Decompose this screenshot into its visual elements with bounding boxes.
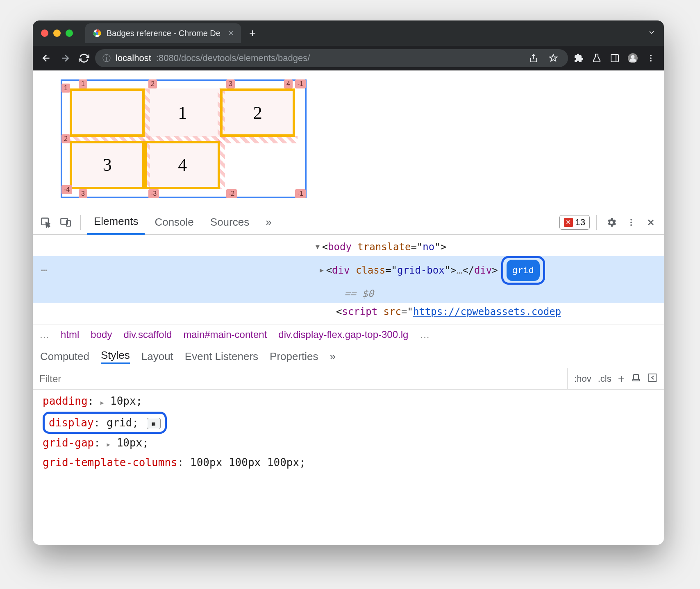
- url-host: localhost: [116, 53, 151, 63]
- crumb-overflow-right[interactable]: …: [420, 329, 430, 340]
- close-tab-icon[interactable]: ×: [228, 28, 234, 39]
- grid-line-label: 3: [226, 79, 235, 88]
- cell-number: 1: [178, 102, 187, 123]
- sidepanel-icon[interactable]: [607, 51, 622, 66]
- grid-line-label: 4: [284, 79, 293, 88]
- dom-selected-ref: == $0: [33, 285, 664, 303]
- grid-line-label: -2: [226, 189, 237, 198]
- styles-sidebar-tabs: Computed Styles Layout Event Listeners P…: [33, 345, 664, 368]
- grid-line-label: -1: [295, 79, 306, 88]
- tab-sources[interactable]: Sources: [204, 210, 256, 235]
- crumb-html[interactable]: html: [61, 329, 79, 340]
- kebab-menu-icon[interactable]: [623, 214, 639, 231]
- dom-node-grid-box[interactable]: ⋯ ▶ <div class="grid-box">…</div> grid: [33, 256, 664, 285]
- maximize-window-button[interactable]: [66, 29, 73, 37]
- grid-line-label: 1: [61, 84, 70, 93]
- expand-arrow-icon[interactable]: ▼: [316, 238, 320, 256]
- brush-icon[interactable]: [631, 373, 641, 385]
- tab-layout[interactable]: Layout: [141, 350, 173, 363]
- tab-title: Badges reference - Chrome De: [107, 29, 220, 38]
- settings-icon[interactable]: [603, 214, 620, 231]
- tab-computed[interactable]: Computed: [40, 350, 89, 363]
- browser-window: Badges reference - Chrome De × + ⓘ local…: [33, 20, 664, 545]
- css-declaration[interactable]: padding: ▶ 10px;: [43, 392, 654, 412]
- crumb-scaffold[interactable]: div.scaffold: [123, 329, 172, 340]
- crumb-overflow-left[interactable]: …: [39, 329, 49, 340]
- svg-point-7: [650, 60, 652, 62]
- url-path: :8080/docs/devtools/elements/badges/: [156, 53, 310, 63]
- more-tabs-icon[interactable]: »: [330, 350, 336, 363]
- forward-button[interactable]: [57, 50, 73, 66]
- css-declaration-display[interactable]: display: grid; ▦: [43, 412, 654, 434]
- device-mode-icon[interactable]: [57, 214, 74, 231]
- styles-filter-row: :hov .cls +: [33, 368, 664, 390]
- row-actions-icon[interactable]: ⋯: [41, 261, 47, 279]
- dom-tree[interactable]: ▼ <body translate="no"> ⋯ ▶ <div class="…: [33, 235, 664, 324]
- tab-event-listeners[interactable]: Event Listeners: [185, 350, 258, 363]
- crumb-display-flex[interactable]: div.display-flex.gap-top-300.lg: [278, 329, 408, 340]
- titlebar: Badges reference - Chrome De × +: [33, 20, 664, 46]
- share-icon[interactable]: [526, 51, 541, 66]
- tab-properties[interactable]: Properties: [270, 350, 318, 363]
- page-viewport: 1 2 3 4 1 1 2 3 4 -1 2 -4 3 -3 -2 -1: [33, 70, 664, 210]
- close-window-button[interactable]: [41, 29, 48, 37]
- error-count: 13: [575, 217, 585, 228]
- labs-icon[interactable]: [589, 51, 604, 66]
- profile-icon[interactable]: [625, 51, 640, 66]
- grid-line-label: -1: [295, 189, 306, 198]
- minimize-window-button[interactable]: [53, 29, 61, 37]
- close-devtools-icon[interactable]: [643, 214, 659, 231]
- svg-rect-2: [611, 54, 618, 62]
- css-rules[interactable]: padding: ▶ 10px; display: grid; ▦ grid-g…: [33, 390, 664, 474]
- address-bar[interactable]: ⓘ localhost:8080/docs/devtools/elements/…: [95, 49, 568, 67]
- hov-toggle[interactable]: :hov: [574, 374, 591, 384]
- bookmark-icon[interactable]: [546, 51, 561, 66]
- grid-line-label: -3: [148, 189, 159, 198]
- display-grid-highlight: display: grid; ▦: [43, 412, 167, 434]
- error-count-badge[interactable]: ✕ 13: [559, 215, 590, 230]
- back-button[interactable]: [39, 50, 54, 66]
- menu-icon[interactable]: [643, 51, 658, 66]
- cell-number: 4: [178, 154, 187, 175]
- grid-line-label: 2: [61, 134, 70, 143]
- new-rule-icon[interactable]: +: [618, 372, 625, 385]
- inspect-icon[interactable]: [38, 214, 54, 231]
- grid-cell: 4: [145, 141, 220, 189]
- css-declaration[interactable]: grid-gap: ▶ 10px;: [43, 434, 654, 453]
- site-info-icon[interactable]: ⓘ: [102, 53, 111, 64]
- svg-point-12: [630, 222, 632, 223]
- tab-elements[interactable]: Elements: [87, 210, 145, 235]
- grid-line-label: 3: [79, 189, 87, 198]
- grid-badge[interactable]: grid: [507, 260, 540, 281]
- grid-cell: 3: [70, 141, 145, 189]
- svg-rect-14: [649, 374, 656, 381]
- breadcrumb[interactable]: … html body div.scaffold main#main-conte…: [33, 324, 664, 345]
- dom-node-body[interactable]: ▼ <body translate="no">: [33, 238, 664, 256]
- devtools-panel: Elements Console Sources » ✕ 13 ▼ <body …: [33, 210, 664, 474]
- grid-line-label: -4: [61, 185, 72, 194]
- tabs-dropdown-icon[interactable]: [648, 28, 656, 38]
- tab-console[interactable]: Console: [148, 210, 200, 235]
- cls-toggle[interactable]: .cls: [598, 374, 611, 384]
- reload-button[interactable]: [76, 50, 92, 66]
- svg-point-4: [631, 55, 635, 59]
- cell-number: 3: [103, 154, 112, 175]
- expand-arrow-icon[interactable]: ▶: [320, 261, 324, 279]
- grid-cell: 2: [220, 88, 295, 137]
- extension-icon[interactable]: [571, 51, 586, 66]
- computed-toggle-icon[interactable]: [648, 373, 657, 385]
- more-tabs-icon[interactable]: »: [259, 210, 278, 235]
- grid-editor-icon[interactable]: ▦: [147, 418, 161, 429]
- devtools-tabs: Elements Console Sources » ✕ 13: [33, 210, 664, 235]
- css-declaration[interactable]: grid-template-columns: 100px 100px 100px…: [43, 453, 654, 471]
- dom-node-script[interactable]: <script src="https://cpwebassets.codep: [33, 303, 664, 321]
- crumb-body[interactable]: body: [91, 329, 112, 340]
- svg-point-11: [630, 219, 632, 220]
- crumb-main[interactable]: main#main-content: [183, 329, 267, 340]
- styles-filter-input[interactable]: [33, 373, 567, 385]
- window-controls: [41, 29, 73, 37]
- browser-tab[interactable]: Badges reference - Chrome De ×: [85, 23, 241, 43]
- error-icon: ✕: [564, 218, 573, 227]
- new-tab-button[interactable]: +: [249, 27, 256, 40]
- tab-styles[interactable]: Styles: [101, 349, 130, 364]
